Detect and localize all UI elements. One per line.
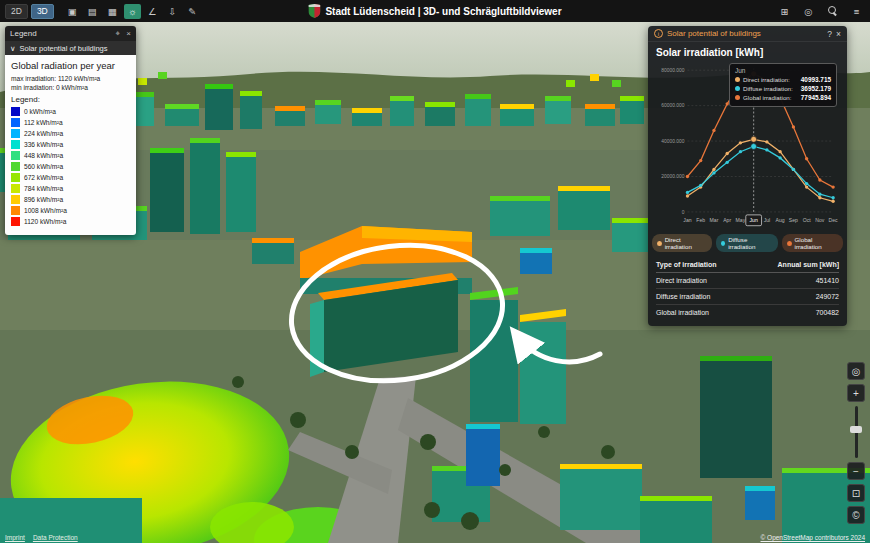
location-icon[interactable]: ◎	[800, 4, 817, 19]
screenshot-button[interactable]: ⊡	[847, 484, 865, 502]
chart-legend-item[interactable]: Direct irradiation	[652, 234, 712, 252]
chart-legend-label: Global irradiation	[795, 236, 838, 250]
legend-section-solar[interactable]: ∨ Solar potential of buildings	[5, 41, 136, 55]
solar-panel-title: Solar potential of buildings	[667, 29, 761, 38]
svg-text:Feb: Feb	[696, 217, 705, 223]
series-dot-icon	[735, 95, 740, 100]
legend-entry-label: 224 kWh/m²a	[24, 130, 63, 137]
table-header-sum: Annual sum [kWh]	[778, 261, 839, 268]
geolocate-button[interactable]: ◎	[847, 362, 865, 380]
table-cell-value: 451410	[816, 277, 839, 284]
legend-panel-header[interactable]: Legend ⌖ ×	[5, 26, 136, 41]
zoom-in-button[interactable]: +	[847, 384, 865, 402]
legend-section-label: Solar potential of buildings	[20, 44, 108, 53]
legend-entry: 672 kWh/m²a	[11, 173, 130, 182]
svg-text:Dec: Dec	[829, 217, 839, 223]
apps-icon[interactable]: ⊞	[776, 4, 793, 19]
legend-color-swatch	[11, 151, 20, 160]
irradiation-table: Type of irradiation Annual sum [kWh] Dir…	[648, 256, 847, 323]
city-logo-icon	[308, 4, 320, 18]
chart-legend-label: Direct irradiation	[665, 236, 707, 250]
legend-color-swatch	[11, 184, 20, 193]
solar-panel-header[interactable]: i Solar potential of buildings ? ×	[648, 26, 847, 42]
tooltip-series-label: Diffuse irradiation:	[743, 85, 793, 92]
legend-color-swatch	[11, 140, 20, 149]
basemap-tool-icon[interactable]: ▦	[104, 4, 121, 19]
solar-potential-panel: i Solar potential of buildings ? × Solar…	[648, 26, 847, 326]
close-icon[interactable]: ×	[836, 29, 841, 39]
data-protection-link[interactable]: Data Protection	[33, 534, 78, 541]
svg-text:Jan: Jan	[683, 217, 691, 223]
zoom-slider[interactable]	[847, 406, 865, 458]
irradiation-table-body: Direct irradiation451410Diffuse irradiat…	[656, 273, 839, 320]
legend-color-swatch	[11, 129, 20, 138]
legend-entry-label: 1120 kWh/m²a	[24, 218, 66, 225]
series-dot-icon	[735, 86, 740, 91]
menu-icon[interactable]: ≡	[848, 4, 865, 19]
series-dot-icon	[735, 77, 740, 82]
zoom-out-button[interactable]: −	[847, 462, 865, 480]
legend-entry: 896 kWh/m²a	[11, 195, 130, 204]
map-attribution[interactable]: © OpenStreetMap contributors 2024	[760, 534, 865, 541]
download-tool-icon[interactable]: ⇩	[164, 4, 181, 19]
svg-text:May: May	[736, 217, 746, 223]
footer-links: Imprint Data Protection	[5, 534, 78, 541]
table-cell-value: 700482	[816, 309, 839, 316]
legend-entry: 336 kWh/m²a	[11, 140, 130, 149]
chart-legend-item[interactable]: Diffuse irradiation	[716, 234, 778, 252]
close-icon[interactable]: ×	[126, 29, 131, 38]
legend-color-swatch	[11, 162, 20, 171]
legend-color-swatch	[11, 107, 20, 116]
streetview-tool-icon[interactable]: ▣	[64, 4, 81, 19]
svg-text:0: 0	[682, 210, 685, 215]
tooltip-row: Diffuse irradiation:36952.179	[735, 85, 831, 92]
tooltip-series-value: 77945.894	[801, 94, 831, 101]
table-cell-value: 249072	[816, 293, 839, 300]
legend-entry: 448 kWh/m²a	[11, 151, 130, 160]
search-icon[interactable]	[824, 4, 841, 19]
svg-text:40000.000: 40000.000	[661, 139, 684, 144]
legend-color-swatch	[11, 195, 20, 204]
zoom-slider-handle[interactable]	[850, 426, 862, 433]
pin-icon[interactable]: ⌖	[116, 29, 121, 38]
draw-tool-icon[interactable]: ✎	[184, 4, 201, 19]
legend-entry-label: 112 kWh/m²a	[24, 119, 63, 126]
chart-legend-item[interactable]: Global irradiation	[782, 234, 843, 252]
legend-entry: 0 kWh/m²a	[11, 107, 130, 116]
attribution-button[interactable]: ©	[847, 506, 865, 524]
tooltip-row: Global irradiation:77945.894	[735, 94, 831, 101]
series-dot-icon	[657, 241, 662, 246]
chart-legend: Direct irradiationDiffuse irradiationGlo…	[648, 231, 847, 256]
legend-entry-label: 896 kWh/m²a	[24, 196, 63, 203]
legend-entry: 784 kWh/m²a	[11, 184, 130, 193]
svg-text:80000.000: 80000.000	[661, 68, 684, 73]
chart-title: Solar irradiation [kWh]	[648, 42, 847, 59]
svg-text:20000.000: 20000.000	[661, 174, 684, 179]
imprint-link[interactable]: Imprint	[5, 534, 25, 541]
measure-tool-icon[interactable]: ∠	[144, 4, 161, 19]
view-3d-button[interactable]: 3D	[31, 4, 54, 19]
tooltip-row: Direct irradiation:40993.715	[735, 76, 831, 83]
legend-entry-label: 672 kWh/m²a	[24, 174, 63, 181]
view-2d-button[interactable]: 2D	[5, 4, 28, 19]
legend-entry: 560 kWh/m²a	[11, 162, 130, 171]
chart-tooltip-rows: Direct irradiation:40993.715Diffuse irra…	[735, 76, 831, 101]
legend-entry-label: 1008 kWh/m²a	[24, 207, 67, 214]
legend-entry: 1120 kWh/m²a	[11, 217, 130, 226]
chart-tooltip: Jun Direct irradiation:40993.715Diffuse …	[729, 63, 837, 107]
legend-entry: 224 kWh/m²a	[11, 129, 130, 138]
tooltip-series-value: 36952.179	[801, 85, 831, 92]
tooltip-month: Jun	[735, 67, 831, 74]
legend-entry: 1008 kWh/m²a	[11, 206, 130, 215]
legend-entries: 0 kWh/m²a112 kWh/m²a224 kWh/m²a336 kWh/m…	[11, 107, 130, 226]
legend-color-swatch	[11, 118, 20, 127]
solar-analysis-tool-icon[interactable]: ☼	[124, 4, 141, 19]
layers-tool-icon[interactable]: ▤	[84, 4, 101, 19]
help-icon[interactable]: ?	[827, 29, 832, 39]
table-row: Direct irradiation451410	[656, 273, 839, 289]
legend-panel: Legend ⌖ × ∨ Solar potential of building…	[5, 26, 136, 235]
legend-entry-label: 336 kWh/m²a	[24, 141, 63, 148]
tooltip-series-value: 40993.715	[801, 76, 831, 83]
legend-entry-label: 560 kWh/m²a	[24, 163, 63, 170]
app-title-wrap: Stadt Lüdenscheid | 3D- und Schrägluftbi…	[308, 4, 561, 18]
